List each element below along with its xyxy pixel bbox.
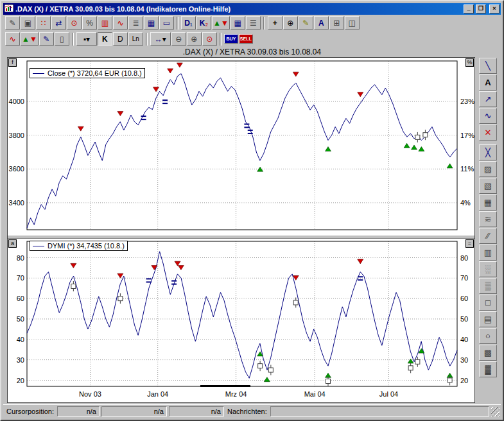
d-mode-button[interactable]: D xyxy=(113,32,128,46)
dots-fill-tool[interactable]: ░ xyxy=(479,261,497,277)
dense-fill-tool[interactable]: ▩ xyxy=(479,345,497,361)
line-style-dropdown[interactable]: ▪ ▾ xyxy=(76,32,97,46)
signal-overview-button[interactable]: ▲▼ xyxy=(212,16,230,30)
buy-signal xyxy=(326,147,331,151)
histogram-button[interactable]: ▥ xyxy=(98,16,112,30)
wave-icon: ∿ xyxy=(485,111,492,121)
annotation-icon: ✎ xyxy=(43,35,49,44)
trendline-tool[interactable]: ╲ xyxy=(479,58,497,74)
indicator-d1-button[interactable]: D₁ xyxy=(181,16,196,30)
sell-signal xyxy=(358,259,363,264)
zoom-out-button[interactable]: ⊖ xyxy=(171,32,186,46)
y-axis-label-right: 17% xyxy=(460,132,474,139)
toolbar-separator xyxy=(177,17,178,30)
close-button[interactable]: × xyxy=(489,4,500,13)
price-pane-percent-button[interactable]: % xyxy=(465,58,474,67)
table-button[interactable]: ▦ xyxy=(230,16,245,30)
portfolio-transfer-button[interactable]: ⇄ xyxy=(51,16,66,30)
zigzag-fill-tool[interactable]: ≋ xyxy=(479,211,497,227)
analyze-button[interactable]: ⊙ xyxy=(67,16,82,30)
title-bar[interactable]: .DAX (X) / XETRA 30.09.03 bis 10.08.04 (… xyxy=(3,3,501,15)
draw-pen-button[interactable]: ✎ xyxy=(299,16,313,30)
buy-signal xyxy=(264,377,270,382)
y-axis-label-left: 40 xyxy=(17,336,24,343)
cross-lines-tool[interactable]: ╳ xyxy=(479,144,497,160)
solid-fill-tool[interactable]: ▓ xyxy=(479,361,497,377)
percent-icon: % xyxy=(86,19,93,28)
list-icon: ☰ xyxy=(250,19,257,28)
layout-button[interactable]: ▯ xyxy=(55,32,69,46)
annotation-button[interactable]: ✎ xyxy=(39,32,54,46)
chart-area: f % Close (*) 3720,64 EUR (10.8.) 400023… xyxy=(7,57,475,403)
resize-grip[interactable] xyxy=(491,407,500,417)
x-axis-label: Jul 04 xyxy=(379,390,398,398)
ln-scale-button[interactable]: Ln xyxy=(128,32,143,46)
minimize-button[interactable]: _ xyxy=(464,4,474,13)
grid-button[interactable]: ⊞ xyxy=(329,16,344,30)
y-axis-label-left: 60 xyxy=(17,295,24,302)
h-scroll-thumb[interactable] xyxy=(200,385,250,387)
text-note-button[interactable]: A xyxy=(314,16,329,30)
toolbar-separator xyxy=(72,33,74,46)
position-mark xyxy=(146,279,152,282)
hatch-pattern-2-tool[interactable]: ▧ xyxy=(479,178,497,194)
wave-tool[interactable]: ∿ xyxy=(479,108,497,124)
grid-fill-tool[interactable]: ▦ xyxy=(479,194,497,210)
range-dropdown[interactable]: ↔▾ xyxy=(150,32,171,46)
circle-tool[interactable]: ○ xyxy=(479,328,497,344)
arrow-tool[interactable]: ↗ xyxy=(479,91,497,107)
list-button[interactable]: ☰ xyxy=(246,16,261,30)
slash-fill-tool[interactable]: ∕∕ xyxy=(479,228,497,244)
quote-list-button[interactable]: ∷ xyxy=(36,16,51,30)
crosshair-button[interactable]: + xyxy=(268,16,282,30)
indicator-chart-svg[interactable]: 8080707060605050404030302020Nov 03Jan 04… xyxy=(8,239,475,403)
split-view-button[interactable]: ◫ xyxy=(345,16,360,30)
sell-signal xyxy=(117,111,123,116)
bar-style-button[interactable]: ∿ xyxy=(5,32,20,46)
buy-button[interactable]: BUY xyxy=(224,34,238,44)
sell-signal xyxy=(293,72,299,76)
shade-fill-tool[interactable]: ▒ xyxy=(479,278,497,294)
zoom-in-icon: ⊕ xyxy=(191,35,197,44)
text-tool[interactable]: A xyxy=(479,74,497,90)
cross-lines-icon: ╳ xyxy=(485,148,491,157)
indicator-pane-equal-button[interactable]: = xyxy=(465,239,474,248)
indicator-legend[interactable]: DYMI (*) 34,7435 (10.8.) xyxy=(30,241,128,251)
cursor-y-field: n/a xyxy=(101,406,167,417)
layout-icon: ▯ xyxy=(60,35,64,44)
maximize-button[interactable]: ❐ xyxy=(476,4,486,13)
tracking-crosshair-button[interactable]: ⊕ xyxy=(283,16,298,30)
cascade-windows-button[interactable]: ▦ xyxy=(144,16,159,30)
chart-window-button[interactable]: ▭ xyxy=(159,16,174,30)
k-mode-button[interactable]: K xyxy=(98,32,112,46)
order-mark xyxy=(423,130,428,140)
vlines-fill-tool[interactable]: ▥ xyxy=(479,245,497,261)
sell-button[interactable]: SELL xyxy=(239,34,253,44)
rect-tool[interactable]: □ xyxy=(479,295,497,311)
price-pane-scale-button[interactable]: f xyxy=(8,58,17,67)
order-mark xyxy=(408,363,413,373)
hlines-fill-tool[interactable]: ▤ xyxy=(479,311,497,327)
y-axis-label-right: 30 xyxy=(460,356,468,364)
indicator-pane-scale-button[interactable]: a xyxy=(8,239,17,248)
report-button[interactable]: ≣ xyxy=(128,16,143,30)
price-legend[interactable]: Close (*) 3720,64 EUR (10.8.) xyxy=(30,68,145,78)
indicator-k2-button[interactable]: K₂ xyxy=(196,16,211,30)
hatch-pattern-tool[interactable]: ▨ xyxy=(479,161,497,177)
indicator-pane: a = DYMI (*) 34,7435 (10.8.) 80807070606… xyxy=(8,239,474,403)
zoom-range-button[interactable]: ⊙ xyxy=(202,32,217,46)
edit-chart-button[interactable]: ✎ xyxy=(5,16,20,30)
plot-frame xyxy=(27,61,457,230)
price-chart-svg[interactable]: 400023%380017%360011%34004% xyxy=(8,58,475,235)
y-axis-label-right: 4% xyxy=(460,199,471,207)
cursor-x-field: n/a xyxy=(57,406,100,417)
copy-button[interactable]: ▣ xyxy=(21,16,35,30)
percent-button[interactable]: % xyxy=(82,16,97,30)
buy-signal xyxy=(447,164,453,168)
line-chart-button[interactable]: ∿ xyxy=(113,16,128,30)
buy-signal xyxy=(419,147,424,151)
zoom-in-button[interactable]: ⊕ xyxy=(187,32,202,46)
signal-style-button[interactable]: ▲▼ xyxy=(21,32,39,46)
delete-drawing-tool[interactable]: ✕ xyxy=(479,125,497,141)
app-icon xyxy=(4,4,13,13)
